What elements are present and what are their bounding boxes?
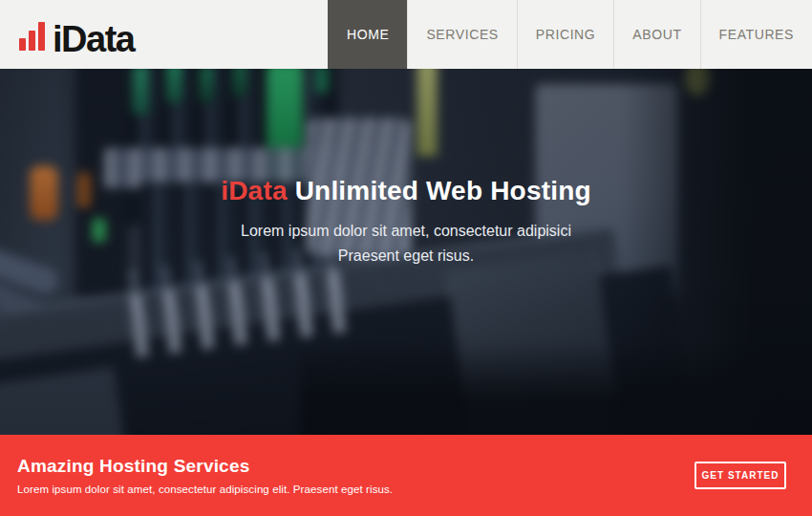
cta-heading: Amazing Hosting Services xyxy=(17,456,669,477)
cta-bar: Amazing Hosting Services Lorem ipsum dol… xyxy=(0,435,812,516)
get-started-button[interactable]: GET STARTED xyxy=(694,462,786,489)
hero-title: iData Unlimited Web Hosting xyxy=(0,176,812,206)
brand-name: iData xyxy=(53,25,134,54)
main-nav: HOME SERVICES PRICING ABOUT FEATURES xyxy=(328,0,812,69)
brand-logo[interactable]: iData xyxy=(19,17,134,54)
site-header: iData HOME SERVICES PRICING ABOUT FEATUR… xyxy=(0,0,812,69)
cta-description: Lorem ipsum dolor sit amet, consectetur … xyxy=(17,484,669,495)
nav-item-features[interactable]: FEATURES xyxy=(700,0,812,69)
hero-title-accent: iData xyxy=(221,176,287,205)
hero-subtitle: Lorem ipsum dolor sit amet, consectetur … xyxy=(0,219,812,269)
hero-subtitle-line2: Praesent eget risus. xyxy=(338,247,474,264)
hero-subtitle-line1: Lorem ipsum dolor sit amet, consectetur … xyxy=(241,223,571,239)
nav-item-services[interactable]: SERVICES xyxy=(407,0,516,69)
idata-landing-page: iData HOME SERVICES PRICING ABOUT FEATUR… xyxy=(0,0,812,516)
hero-section: iData Unlimited Web Hosting Lorem ipsum … xyxy=(0,69,812,435)
hero-title-rest: Unlimited Web Hosting xyxy=(295,176,591,205)
hero-content: iData Unlimited Web Hosting Lorem ipsum … xyxy=(0,176,812,269)
nav-item-pricing[interactable]: PRICING xyxy=(517,0,614,69)
nav-item-about[interactable]: ABOUT xyxy=(613,0,699,69)
bar-chart-icon xyxy=(19,22,45,54)
nav-item-home[interactable]: HOME xyxy=(328,0,407,69)
